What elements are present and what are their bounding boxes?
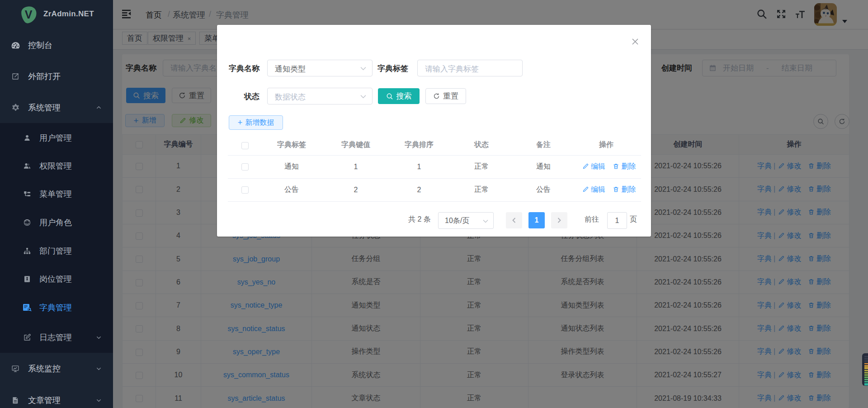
svg-text:V: V (25, 8, 33, 21)
